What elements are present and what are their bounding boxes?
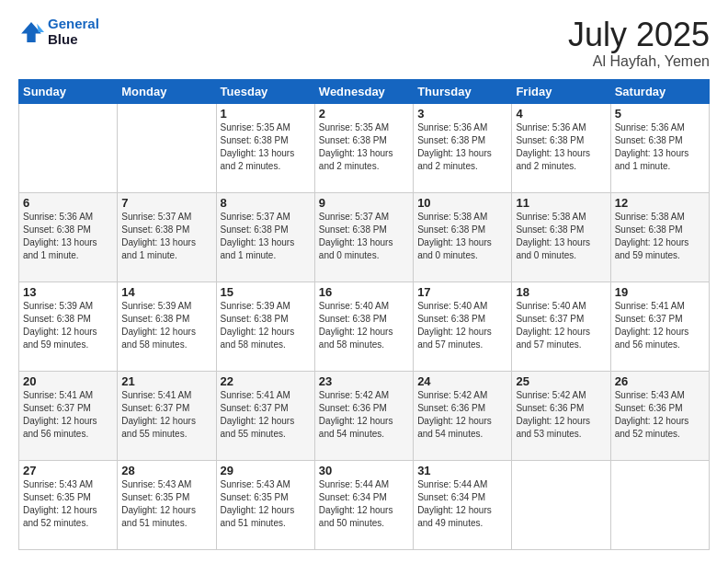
calendar-cell: 30Sunrise: 5:44 AMSunset: 6:34 PMDayligh… [314, 460, 413, 549]
logo-line2: Blue [48, 32, 99, 48]
sunset-text: Sunset: 6:35 PM [221, 491, 311, 504]
calendar-cell: 28Sunrise: 5:43 AMSunset: 6:35 PMDayligh… [118, 460, 216, 549]
col-header-tuesday: Tuesday [216, 79, 314, 103]
day-info: Sunrise: 5:36 AMSunset: 6:38 PMDaylight:… [23, 211, 113, 262]
day-info: Sunrise: 5:39 AMSunset: 6:38 PMDaylight:… [121, 300, 211, 351]
calendar-cell: 16Sunrise: 5:40 AMSunset: 6:38 PMDayligh… [314, 282, 413, 371]
day-number: 14 [121, 285, 211, 299]
daylight-text: Daylight: 12 hours and 58 minutes. [319, 326, 409, 351]
day-number: 11 [516, 196, 606, 210]
logo-icon [18, 19, 44, 45]
day-info: Sunrise: 5:39 AMSunset: 6:38 PMDaylight:… [221, 300, 311, 351]
day-info: Sunrise: 5:43 AMSunset: 6:35 PMDaylight:… [23, 478, 113, 530]
sunset-text: Sunset: 6:38 PM [319, 134, 409, 147]
sunrise-text: Sunrise: 5:40 AM [417, 300, 507, 313]
calendar-cell [512, 460, 610, 549]
calendar-cell: 4Sunrise: 5:36 AMSunset: 6:38 PMDaylight… [512, 103, 610, 192]
sunset-text: Sunset: 6:38 PM [221, 224, 311, 236]
sunset-text: Sunset: 6:38 PM [319, 224, 409, 236]
col-header-sunday: Sunday [19, 79, 118, 103]
calendar-cell: 3Sunrise: 5:36 AMSunset: 6:38 PMDaylight… [414, 103, 512, 192]
day-info: Sunrise: 5:38 AMSunset: 6:38 PMDaylight:… [615, 211, 705, 262]
sunset-text: Sunset: 6:38 PM [615, 224, 705, 236]
day-number: 29 [221, 464, 311, 477]
sunset-text: Sunset: 6:36 PM [615, 402, 705, 415]
day-info: Sunrise: 5:36 AMSunset: 6:38 PMDaylight:… [615, 121, 705, 173]
calendar-cell: 12Sunrise: 5:38 AMSunset: 6:38 PMDayligh… [610, 192, 709, 282]
daylight-text: Daylight: 12 hours and 50 minutes. [319, 504, 409, 530]
day-number: 31 [417, 464, 507, 477]
daylight-text: Daylight: 13 hours and 2 minutes. [516, 147, 606, 173]
sunrise-text: Sunrise: 5:39 AM [23, 300, 113, 313]
sunset-text: Sunset: 6:36 PM [417, 402, 507, 415]
daylight-text: Daylight: 13 hours and 1 minute. [615, 147, 705, 173]
day-info: Sunrise: 5:37 AMSunset: 6:38 PMDaylight:… [121, 211, 211, 262]
day-info: Sunrise: 5:35 AMSunset: 6:38 PMDaylight:… [319, 121, 409, 173]
sunrise-text: Sunrise: 5:37 AM [319, 211, 409, 224]
sunset-text: Sunset: 6:37 PM [615, 313, 705, 326]
daylight-text: Daylight: 13 hours and 0 minutes. [516, 236, 606, 262]
logo: General Blue [18, 17, 99, 47]
sunset-text: Sunset: 6:38 PM [417, 134, 507, 147]
sunrise-text: Sunrise: 5:35 AM [221, 121, 311, 134]
daylight-text: Daylight: 13 hours and 1 minute. [121, 236, 211, 262]
sunset-text: Sunset: 6:37 PM [221, 402, 311, 415]
sunset-text: Sunset: 6:37 PM [516, 313, 606, 326]
daylight-text: Daylight: 12 hours and 55 minutes. [221, 415, 311, 441]
sunset-text: Sunset: 6:38 PM [23, 224, 113, 236]
daylight-text: Daylight: 12 hours and 58 minutes. [221, 326, 311, 351]
sunrise-text: Sunrise: 5:35 AM [319, 121, 409, 134]
calendar-table: SundayMondayTuesdayWednesdayThursdayFrid… [18, 79, 710, 550]
calendar-cell: 2Sunrise: 5:35 AMSunset: 6:38 PMDaylight… [314, 103, 413, 192]
day-info: Sunrise: 5:41 AMSunset: 6:37 PMDaylight:… [121, 389, 211, 441]
daylight-text: Daylight: 12 hours and 56 minutes. [615, 326, 705, 351]
calendar-cell: 25Sunrise: 5:42 AMSunset: 6:36 PMDayligh… [512, 371, 610, 460]
sunrise-text: Sunrise: 5:41 AM [23, 389, 113, 402]
day-number: 5 [615, 107, 705, 121]
sunset-text: Sunset: 6:38 PM [221, 134, 311, 147]
daylight-text: Daylight: 13 hours and 1 minute. [23, 236, 113, 262]
day-info: Sunrise: 5:37 AMSunset: 6:38 PMDaylight:… [319, 211, 409, 262]
day-info: Sunrise: 5:37 AMSunset: 6:38 PMDaylight:… [221, 211, 311, 262]
calendar-week-row: 6Sunrise: 5:36 AMSunset: 6:38 PMDaylight… [19, 192, 710, 282]
day-number: 12 [615, 196, 705, 210]
day-info: Sunrise: 5:40 AMSunset: 6:37 PMDaylight:… [516, 300, 606, 351]
day-info: Sunrise: 5:44 AMSunset: 6:34 PMDaylight:… [417, 478, 507, 530]
day-number: 10 [417, 196, 507, 210]
calendar-cell [19, 103, 118, 192]
daylight-text: Daylight: 13 hours and 2 minutes. [319, 147, 409, 173]
daylight-text: Daylight: 12 hours and 54 minutes. [319, 415, 409, 441]
daylight-text: Daylight: 12 hours and 57 minutes. [417, 326, 507, 351]
calendar-cell: 23Sunrise: 5:42 AMSunset: 6:36 PMDayligh… [314, 371, 413, 460]
sunrise-text: Sunrise: 5:44 AM [319, 478, 409, 491]
day-number: 1 [221, 107, 311, 121]
daylight-text: Daylight: 12 hours and 59 minutes. [23, 326, 113, 351]
daylight-text: Daylight: 13 hours and 0 minutes. [417, 236, 507, 262]
sunrise-text: Sunrise: 5:43 AM [615, 389, 705, 402]
col-header-wednesday: Wednesday [314, 79, 413, 103]
sunset-text: Sunset: 6:38 PM [121, 224, 211, 236]
sunrise-text: Sunrise: 5:37 AM [121, 211, 211, 224]
day-number: 30 [319, 464, 409, 477]
daylight-text: Daylight: 12 hours and 57 minutes. [516, 326, 606, 351]
sunset-text: Sunset: 6:38 PM [516, 224, 606, 236]
header: General Blue July 2025 Al Hayfah, Yemen [18, 17, 710, 70]
calendar-cell: 24Sunrise: 5:42 AMSunset: 6:36 PMDayligh… [414, 371, 512, 460]
daylight-text: Daylight: 12 hours and 56 minutes. [23, 415, 113, 441]
calendar-header-row: SundayMondayTuesdayWednesdayThursdayFrid… [19, 79, 710, 103]
sunset-text: Sunset: 6:37 PM [23, 402, 113, 415]
sunset-text: Sunset: 6:38 PM [319, 313, 409, 326]
calendar-cell: 13Sunrise: 5:39 AMSunset: 6:38 PMDayligh… [19, 282, 118, 371]
calendar-cell [118, 103, 216, 192]
day-info: Sunrise: 5:36 AMSunset: 6:38 PMDaylight:… [516, 121, 606, 173]
sunrise-text: Sunrise: 5:37 AM [221, 211, 311, 224]
day-info: Sunrise: 5:36 AMSunset: 6:38 PMDaylight:… [417, 121, 507, 173]
sunrise-text: Sunrise: 5:42 AM [417, 389, 507, 402]
sunrise-text: Sunrise: 5:39 AM [121, 300, 211, 313]
sunrise-text: Sunrise: 5:36 AM [417, 121, 507, 134]
daylight-text: Daylight: 13 hours and 1 minute. [221, 236, 311, 262]
daylight-text: Daylight: 12 hours and 49 minutes. [417, 504, 507, 530]
day-info: Sunrise: 5:43 AMSunset: 6:35 PMDaylight:… [221, 478, 311, 530]
calendar-cell: 9Sunrise: 5:37 AMSunset: 6:38 PMDaylight… [314, 192, 413, 282]
calendar-week-row: 20Sunrise: 5:41 AMSunset: 6:37 PMDayligh… [19, 371, 710, 460]
